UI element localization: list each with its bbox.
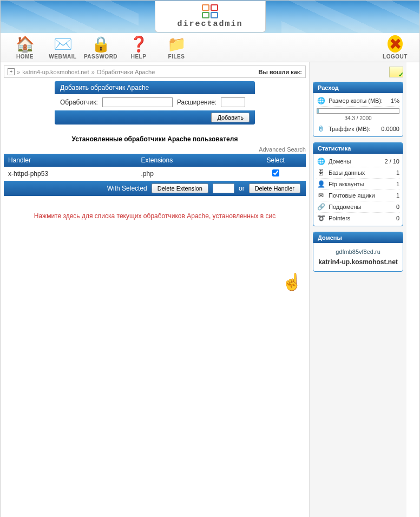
cursor-icon: ☝: [282, 272, 302, 291]
password-label: PASSWORD: [84, 54, 117, 60]
logged-in-label: Вы вошли как:: [259, 69, 303, 75]
main-toolbar: 🏠 HOME ✉️ WEBMAIL 🔒 PASSWORD ❓ HELP 📁 FI…: [1, 33, 419, 62]
stat-label: Ftp аккаунты: [329, 181, 364, 187]
domains-panel: Домены gdfmb85vf8ed.ru katrin4-up.kosmoh…: [313, 232, 403, 272]
stat-label: Pointers: [329, 215, 350, 221]
handlers-table: Handler Extensions Select x-httpd-php53 …: [4, 154, 306, 181]
stat-icon: 🔗: [317, 203, 325, 211]
webmail-icon: ✉️: [54, 35, 73, 53]
cell-extension: .php: [137, 167, 246, 181]
stat-row[interactable]: 🗄Базы данных1: [317, 167, 399, 179]
current-domain: katrin4-up.kosmohost.net: [317, 258, 399, 266]
or-label: or: [239, 185, 245, 192]
home-icon: 🏠: [16, 35, 35, 53]
col-extensions[interactable]: Extensions: [137, 154, 246, 167]
quota-label: Размер квоты (MB):: [329, 97, 383, 104]
stat-icon: 🌐: [317, 158, 325, 165]
quota-text: 34.3 / 2000: [317, 115, 399, 121]
installed-heading: Установленные обработчики Apache пользов…: [1, 135, 309, 143]
table-row: x-httpd-php53 .php: [4, 167, 306, 181]
domains-panel-title: Домены: [313, 232, 403, 243]
quota-pct: 1%: [391, 97, 399, 104]
stat-icon: ✉: [317, 192, 325, 199]
with-selected-label: With Selected: [107, 185, 147, 192]
stats-panel: Статистика 🌐Домены2 / 10🗄Базы данных1👤Ft…: [313, 142, 403, 226]
db-icon: 🛢: [317, 125, 325, 133]
logout-label: LOGOUT: [383, 54, 408, 60]
stat-icon: 👤: [317, 180, 325, 188]
usage-panel-title: Расход: [313, 82, 403, 93]
handler-input[interactable]: [102, 97, 173, 107]
directadmin-logo-icon: [202, 4, 218, 18]
delete-handler-button[interactable]: Delete Handler: [249, 184, 300, 193]
stat-label: Почтовые ящики: [329, 192, 375, 199]
quota-bar: [317, 108, 399, 114]
domain-link[interactable]: gdfmb85vf8ed.ru: [317, 248, 399, 255]
action-bar: With Selected Delete Extension or Delete…: [4, 181, 306, 196]
stat-value: 2 / 10: [384, 158, 399, 165]
logout-icon: ✖: [388, 35, 403, 53]
webmail-label: WEBMAIL: [49, 54, 76, 60]
stat-label: Базы данных: [329, 169, 365, 176]
header-banner: directadmin: [1, 1, 419, 33]
stat-row[interactable]: 🔗Поддомены0: [317, 201, 399, 213]
help-button[interactable]: ❓ HELP: [120, 35, 158, 60]
password-icon: 🔒: [91, 35, 110, 53]
stat-value: 1: [396, 192, 399, 199]
stat-row[interactable]: 👤Ftp аккаунты1: [317, 179, 399, 190]
stat-label: Домены: [329, 158, 351, 165]
form-title: Добавить обработчик Apache: [55, 81, 255, 94]
stats-panel-title: Статистика: [313, 143, 403, 154]
usage-panel: Расход 🌐 Размер квоты (MB): 1% 34.3 / 20…: [313, 82, 403, 137]
delete-extension-button[interactable]: Delete Extension: [152, 184, 208, 193]
stat-label: Поддомены: [329, 204, 361, 210]
extension-input[interactable]: [221, 97, 245, 107]
files-label: FILES: [168, 54, 185, 60]
stat-value: 0: [396, 204, 399, 210]
home-label: HOME: [16, 54, 34, 60]
home-button[interactable]: 🏠 HOME: [6, 35, 44, 60]
stat-value: 1: [396, 169, 399, 176]
stat-value: 1: [396, 181, 399, 187]
stat-value: 0: [396, 215, 399, 221]
expand-icon[interactable]: +: [8, 68, 15, 75]
logo-panel: directadmin: [155, 1, 266, 32]
row-select-checkbox[interactable]: [272, 169, 279, 176]
stat-row[interactable]: 🌐Домены2 / 10: [317, 156, 399, 167]
stat-icon: ➰: [317, 214, 325, 222]
advanced-search-link[interactable]: Advanced Search: [4, 146, 306, 153]
brand-text: directadmin: [177, 19, 242, 29]
help-icon: ❓: [129, 35, 148, 53]
cell-handler: x-httpd-php53: [4, 167, 137, 181]
password-button[interactable]: 🔒 PASSWORD: [82, 35, 120, 60]
webmail-button[interactable]: ✉️ WEBMAIL: [44, 35, 82, 60]
files-icon: 📁: [167, 35, 186, 53]
col-handler[interactable]: Handler: [4, 154, 137, 167]
logout-button[interactable]: ✖ LOGOUT: [376, 35, 414, 60]
extension-field-label: Расширение:: [177, 99, 216, 106]
stat-row[interactable]: ➰Pointers0: [317, 213, 399, 224]
handler-field-label: Обработчик:: [60, 99, 98, 106]
add-button[interactable]: Добавить: [211, 113, 250, 122]
traffic-val: 0.0000: [381, 126, 399, 132]
traffic-label: Траффик (MB):: [329, 126, 370, 132]
stat-icon: 🗄: [317, 169, 325, 176]
breadcrumb: + » katrin4-up.kosmohost.net » Обработчи…: [4, 66, 306, 78]
stat-row[interactable]: ✉Почтовые ящики1: [317, 190, 399, 201]
breadcrumb-host[interactable]: katrin4-up.kosmohost.net: [22, 69, 89, 75]
files-button[interactable]: 📁 FILES: [158, 35, 195, 60]
help-label: HELP: [131, 54, 147, 60]
globe-icon: 🌐: [317, 97, 325, 104]
extension-delete-input[interactable]: [213, 184, 234, 193]
breadcrumb-page[interactable]: Обработчики Apache: [97, 69, 155, 75]
current-handlers-link[interactable]: Нажмите здесь для списка текущих обработ…: [6, 212, 304, 220]
col-select[interactable]: Select: [245, 154, 306, 167]
messages-icon[interactable]: [389, 67, 403, 77]
